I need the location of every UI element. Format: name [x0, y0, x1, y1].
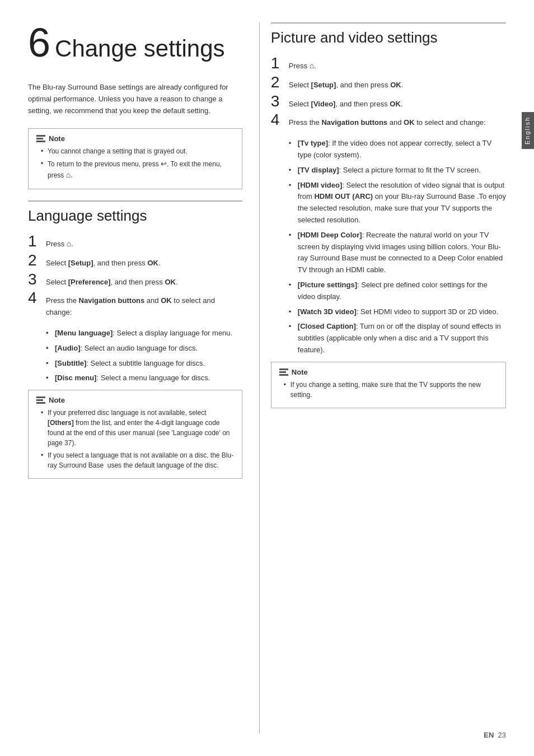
pic-step-number-4: 4 [271, 112, 289, 128]
pic-step-text-3: Select [Video], and then press OK. [289, 99, 403, 110]
lang-step-text-1: Press . [46, 237, 73, 250]
pic-step-number-1: 1 [271, 55, 289, 71]
page-number: 23 [498, 731, 506, 739]
pic-sub-item-6: [Watch 3D video]: Set HDMI video to supp… [289, 306, 506, 318]
picture-settings-section: Picture and video settings 1 Press . 2 S… [271, 22, 506, 356]
note-icon-3 [279, 368, 288, 376]
note-list-3: If you change a setting, make sure that … [279, 380, 498, 400]
pic-step-text-4: Press the Navigation buttons and OK to s… [289, 117, 486, 129]
language-settings-section: Language settings 1 Press . 2 Select [Se… [28, 200, 242, 384]
pic-sub-item-7: [Closed Caption]: Turn on or off the dis… [289, 321, 506, 356]
picture-steps-list: 1 Press . 2 Select [Setup], and then pre… [271, 55, 506, 129]
pic-sub-item-5: [Picture settings]: Select pre defined c… [289, 279, 506, 303]
note-label-1: Note [49, 134, 65, 143]
pic-step-1: 1 Press . [271, 55, 506, 72]
lang-step-number-3: 3 [28, 272, 46, 287]
lang-step-4: 4 Press the Navigation buttons and OK to… [28, 290, 242, 319]
language-settings-heading: Language settings [28, 200, 242, 225]
lang-sub-item-4: [Disc menu]: Select a menu language for … [46, 372, 242, 384]
page-footer: EN 23 [484, 731, 506, 739]
note-label-2: Note [49, 396, 65, 404]
lang-step-2: 2 Select [Setup], and then press OK. [28, 253, 242, 269]
note-list-item: You cannot change a setting that is gray… [41, 146, 234, 156]
pic-step-number-3: 3 [271, 94, 289, 109]
lang-step-text-2: Select [Setup], and then press OK. [46, 258, 161, 269]
note-box-3: Note If you change a setting, make sure … [271, 362, 506, 408]
pic-step-text-1: Press . [289, 59, 316, 72]
pic-sub-item-2: [TV display]: Select a picture format to… [289, 165, 506, 176]
note-header-2: Note [36, 396, 234, 404]
chapter-title-line: 6 Change settings [28, 22, 242, 73]
home-icon-pic1 [310, 62, 314, 70]
pic-step-3: 3 Select [Video], and then press OK. [271, 94, 506, 110]
home-icon-lang1 [67, 240, 71, 248]
pic-step-text-2: Select [Setup], and then press OK. [289, 80, 404, 91]
chapter-heading: Change settings [55, 36, 225, 62]
note-list-item: If you select a language that is not ava… [41, 450, 234, 470]
note-list-item: To return to the previous menu, press . … [41, 158, 234, 181]
lang-step-number-4: 4 [28, 290, 46, 306]
note-icon-bars-1 [36, 135, 45, 142]
note-list-item: If your preferred disc language is not a… [41, 408, 234, 448]
right-column: Picture and video settings 1 Press . 2 S… [259, 22, 506, 734]
lang-step-3: 3 Select [Preference], and then press OK… [28, 272, 242, 288]
note-icon-1 [36, 135, 45, 142]
lang-sub-list: [Menu language]: Select a display langua… [46, 328, 242, 384]
note-icon-2 [36, 396, 45, 404]
lang-step-1: 1 Press . [28, 234, 242, 250]
picture-settings-heading: Picture and video settings [271, 22, 506, 46]
pic-step-2: 2 Select [Setup], and then press OK. [271, 74, 506, 91]
side-tab: English [522, 112, 534, 149]
page-lang: EN [484, 731, 494, 739]
pic-sub-item-4: [HDMI Deep Color]: Recreate the natural … [289, 230, 506, 276]
note-box-2: Note If your preferred disc language is … [28, 390, 242, 479]
lang-step-number-2: 2 [28, 253, 46, 268]
note-header-3: Note [279, 368, 498, 376]
lang-step-text-4: Press the Navigation buttons and OK to s… [46, 295, 242, 319]
pic-sub-item-3: [HDMI video]: Select the resolution of v… [289, 180, 506, 226]
note-icon-bars-2 [36, 396, 45, 404]
pic-sub-item-1: [Tv type]: If the video does not appear … [289, 138, 506, 161]
note-list-2: If your preferred disc language is not a… [36, 408, 234, 470]
back-icon [161, 160, 167, 168]
note-label-3: Note [292, 368, 308, 376]
note-header-1: Note [36, 134, 234, 143]
note-icon-bars-3 [279, 368, 288, 376]
lang-sub-item-1: [Menu language]: Select a display langua… [46, 328, 242, 339]
intro-text: The Blu-ray Surround Base settings are a… [28, 82, 242, 116]
pic-step-number-2: 2 [271, 74, 289, 90]
chapter-number: 6 [28, 22, 50, 63]
page-container: English 6 Change settings The Blu-ray Su… [0, 0, 534, 756]
lang-sub-item-3: [Subtitle]: Select a subtitle language f… [46, 358, 242, 370]
note-list-1: You cannot change a setting that is gray… [36, 146, 234, 181]
note-box-1: Note You cannot change a setting that is… [28, 128, 242, 190]
language-steps-list: 1 Press . 2 Select [Setup], and then pre… [28, 234, 242, 319]
pic-step-4: 4 Press the Navigation buttons and OK to… [271, 112, 506, 129]
left-column: 6 Change settings The Blu-ray Surround B… [28, 22, 259, 734]
home-icon [66, 171, 71, 179]
lang-step-number-1: 1 [28, 234, 46, 249]
lang-step-text-3: Select [Preference], and then press OK. [46, 277, 178, 288]
pic-sub-list: [Tv type]: If the video does not appear … [289, 138, 506, 356]
lang-sub-item-2: [Audio]: Select an audio language for di… [46, 343, 242, 354]
note-list-item: If you change a setting, make sure that … [284, 380, 498, 400]
